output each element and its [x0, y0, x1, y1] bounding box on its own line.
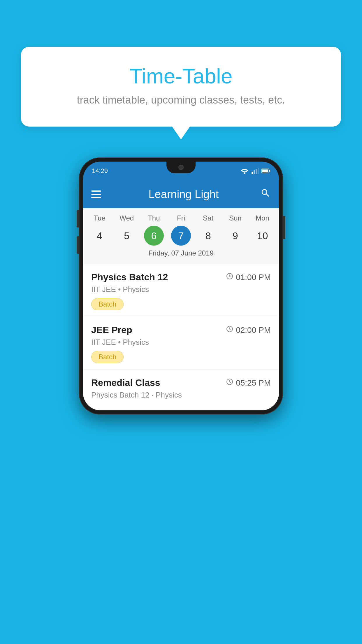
clock-icon	[226, 325, 233, 335]
svg-rect-0	[252, 172, 253, 174]
phone-mockup: 14:29	[79, 158, 283, 414]
date-cell[interactable]: 5	[113, 226, 140, 246]
search-button[interactable]	[260, 188, 271, 201]
notch	[166, 162, 196, 173]
date-cell[interactable]: 6	[144, 226, 164, 246]
day-label: Sat	[195, 212, 222, 224]
batch-badge: Batch	[91, 298, 124, 310]
battery-icon	[261, 168, 270, 174]
date-cell[interactable]: 9	[222, 226, 249, 246]
schedule-title: JEE Prep	[91, 325, 132, 335]
phone-screen: 14:29	[83, 162, 279, 410]
volume-up-button	[77, 210, 79, 228]
svg-rect-3	[258, 168, 259, 174]
date-cell[interactable]: 4	[86, 226, 113, 246]
schedule-subtitle: IIT JEE • Physics	[91, 338, 271, 347]
selected-date-label: Friday, 07 June 2019	[83, 247, 279, 261]
signal-icon	[252, 168, 259, 174]
svg-rect-6	[269, 170, 270, 172]
app-bar-title: Learning Light	[110, 188, 257, 201]
phone-frame: 14:29	[79, 158, 283, 414]
svg-rect-5	[262, 169, 268, 172]
clock-icon	[226, 378, 233, 388]
schedule-item[interactable]: Remedial Class 05:25 PM Physics Batch 12…	[83, 370, 279, 410]
svg-rect-1	[254, 170, 255, 174]
wifi-icon	[240, 168, 249, 174]
schedule-subtitle: IIT JEE • Physics	[91, 285, 271, 294]
schedule-item[interactable]: JEE Prep 02:00 PM IIT JEE • Physics Batc…	[83, 317, 279, 370]
status-time: 14:29	[92, 167, 108, 175]
batch-badge: Batch	[91, 351, 124, 363]
day-label: Fri	[167, 212, 194, 224]
app-bar: Learning Light	[83, 180, 279, 208]
volume-down-button	[77, 236, 79, 254]
day-label: Tue	[86, 212, 113, 224]
schedule-time: 01:00 PM	[226, 272, 271, 282]
schedule-list: Physics Batch 12 01:00 PM IIT JEE • Phys…	[83, 264, 279, 410]
day-label: Thu	[140, 212, 167, 224]
svg-rect-2	[256, 169, 257, 174]
status-bar: 14:29	[83, 162, 279, 180]
schedule-time: 02:00 PM	[226, 325, 271, 335]
status-icons	[240, 168, 270, 174]
day-label: Mon	[249, 212, 276, 224]
tooltip-subtitle: track timetable, upcoming classes, tests…	[44, 94, 318, 106]
calendar-section: TueWedThuFriSatSunMon 45678910 Friday, 0…	[83, 208, 279, 264]
schedule-subtitle: Physics Batch 12 · Physics	[91, 391, 271, 400]
camera	[178, 165, 184, 170]
clock-icon	[226, 272, 233, 282]
date-cell[interactable]: 8	[195, 226, 222, 246]
day-label: Sun	[222, 212, 249, 224]
schedule-title: Remedial Class	[91, 377, 160, 388]
dates-row[interactable]: 45678910	[83, 224, 279, 247]
power-button	[283, 216, 285, 239]
schedule-time: 05:25 PM	[226, 378, 271, 388]
day-label: Wed	[113, 212, 140, 224]
hamburger-menu-button[interactable]	[91, 190, 101, 198]
date-cell[interactable]: 7	[171, 226, 191, 246]
days-header: TueWedThuFriSatSunMon	[83, 212, 279, 224]
schedule-item[interactable]: Physics Batch 12 01:00 PM IIT JEE • Phys…	[83, 264, 279, 317]
schedule-title: Physics Batch 12	[91, 272, 168, 283]
date-cell[interactable]: 10	[249, 226, 276, 246]
tooltip-card: Time-Table track timetable, upcoming cla…	[21, 47, 341, 127]
tooltip-title: Time-Table	[44, 64, 318, 88]
